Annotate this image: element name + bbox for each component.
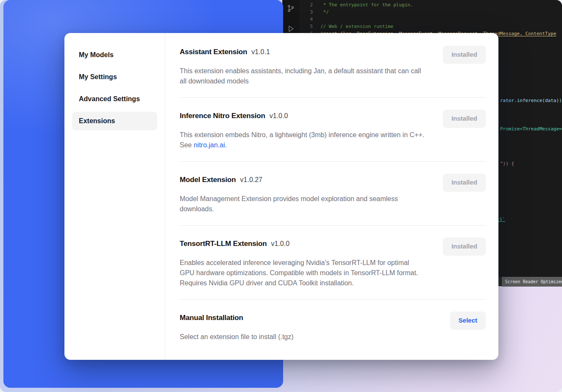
code-fragment: rator.inference(data)); [500,97,562,104]
extension-section-model: Model Extension v1.0.27 Installed Model … [180,174,486,214]
sidebar-item-my-settings[interactable]: My Settings [72,68,157,86]
code-area: 2 * The entrypoint for the plugin. 3 */ … [303,1,562,37]
source-control-icon[interactable] [287,4,295,13]
extension-description: This extension embeds Nitro, a lightweig… [180,130,426,150]
code-line: 3 */ [303,8,562,16]
extension-section-tensorrt: TensortRT-LLM Extension v1.0.0 Installed… [180,237,486,288]
installed-button[interactable]: Installed [443,110,486,127]
extension-title: TensortRT-LLM Extension [180,240,267,248]
divider [180,299,486,300]
settings-modal: My Models My Settings Advanced Settings … [64,33,498,360]
code-text: */ [320,8,329,16]
desktop: 2 * The entrypoint for the plugin. 3 */ … [0,0,562,392]
installed-button[interactable]: Installed [443,174,486,191]
nitro-link[interactable]: nitro.jan.ai. [194,141,227,149]
code-line: 5 // Web / extension runtime [303,23,562,30]
extension-description: Model Management Extension provides mode… [180,194,400,214]
extension-version: v1.0.1 [251,48,270,56]
code-fragment: ")) { [500,160,514,167]
sidebar-item-advanced-settings[interactable]: Advanced Settings [72,90,157,108]
run-debug-icon[interactable] [287,25,295,33]
line-number: 3 [303,8,313,16]
section-title: Manual Installation [180,314,243,322]
divider [180,161,486,162]
screen-reader-chip[interactable]: Screen Reader Optimized [502,277,562,287]
extensions-panel: Assistant Extension v1.0.1 Installed Thi… [165,33,498,360]
code-line: 2 * The entrypoint for the plugin. [303,1,562,8]
extension-version: v1.0.0 [270,112,288,120]
section-description: Select an extension file to install (.tg… [180,332,486,342]
extension-title: Inference Nitro Extension [180,112,265,120]
code-text: * The entrypoint for the plugin. [320,1,413,8]
settings-sidebar: My Models My Settings Advanced Settings … [64,33,165,360]
sidebar-item-my-models[interactable]: My Models [72,46,157,64]
extension-version: v1.0.0 [271,240,289,248]
code-text: // Web / extension runtime [320,23,393,30]
extension-section-nitro: Inference Nitro Extension v1.0.0 Install… [180,110,486,150]
code-line: 4 [303,16,562,23]
installed-button[interactable]: Installed [443,237,486,255]
sidebar-item-extensions[interactable]: Extensions [72,112,157,130]
line-number: 5 [303,23,313,30]
manual-installation-section: Manual Installation Select Select an ext… [180,312,486,342]
extension-description: This extension enables assistants, inclu… [180,66,426,86]
extension-title: Assistant Extension [180,48,247,56]
code-fragment: Promise<ThreadMessage= [500,125,562,133]
select-file-button[interactable]: Select [450,312,486,329]
extension-version: v1.0.27 [240,176,262,184]
installed-button[interactable]: Installed [443,46,486,63]
line-number: 4 [303,16,313,23]
divider [180,225,486,226]
divider [180,97,486,98]
extension-description: Enables accelerated inference leveraging… [180,258,423,288]
extension-title: Model Extension [180,176,236,184]
extension-section-assistant: Assistant Extension v1.0.1 Installed Thi… [180,46,486,86]
line-number: 2 [303,1,313,8]
